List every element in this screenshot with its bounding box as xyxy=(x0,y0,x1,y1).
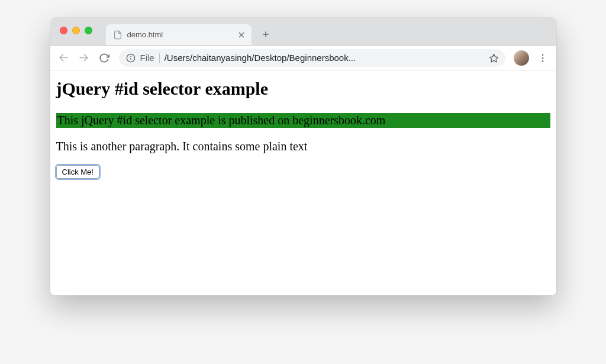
nav-reload-button[interactable] xyxy=(95,49,113,67)
browser-toolbar: File /Users/chaitanyasingh/Desktop/Begin… xyxy=(50,46,556,70)
browser-menu-button[interactable] xyxy=(534,49,552,67)
url-scheme: File xyxy=(140,53,154,63)
window-titlebar: demo.html xyxy=(50,18,556,46)
click-me-button[interactable]: Click Me! xyxy=(56,165,99,179)
nav-back-button[interactable] xyxy=(55,49,73,67)
site-info-icon[interactable] xyxy=(126,53,136,63)
tab-strip: demo.html xyxy=(106,18,274,45)
window-close-button[interactable] xyxy=(60,27,67,34)
paragraph-highlighted: This jQuery #id selector example is publ… xyxy=(56,113,550,128)
window-maximize-button[interactable] xyxy=(85,27,92,34)
nav-forward-button[interactable] xyxy=(75,49,93,67)
page-content: jQuery #id selector example This jQuery … xyxy=(50,70,556,295)
browser-window: demo.html xyxy=(50,18,556,295)
address-bar[interactable]: File /Users/chaitanyasingh/Desktop/Begin… xyxy=(119,49,505,67)
svg-point-8 xyxy=(130,56,131,57)
address-divider xyxy=(159,53,160,63)
window-controls xyxy=(60,27,92,34)
new-tab-button[interactable] xyxy=(257,26,274,43)
svg-point-10 xyxy=(541,54,543,56)
svg-point-12 xyxy=(541,60,543,62)
browser-tab-active[interactable]: demo.html xyxy=(106,24,252,45)
window-minimize-button[interactable] xyxy=(72,27,80,34)
tab-close-icon[interactable] xyxy=(238,32,244,38)
svg-marker-9 xyxy=(489,54,498,62)
paragraph-plain: This is another paragraph. It contains s… xyxy=(56,140,550,153)
file-icon xyxy=(113,30,123,40)
page-heading: jQuery #id selector example xyxy=(56,79,550,99)
profile-avatar[interactable] xyxy=(514,50,529,66)
svg-point-11 xyxy=(541,57,543,59)
bookmark-star-icon[interactable] xyxy=(489,53,498,63)
url-path: /Users/chaitanyasingh/Desktop/Beginnersb… xyxy=(165,53,484,63)
tab-title: demo.html xyxy=(127,30,234,39)
